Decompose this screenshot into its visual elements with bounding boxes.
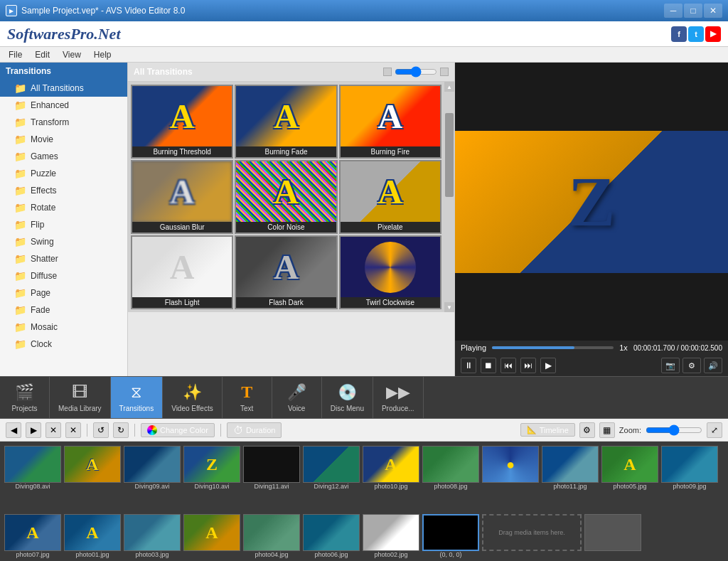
transition-item-shatter[interactable]: 📁 Shatter bbox=[0, 250, 127, 267]
transition-label: Color Noise bbox=[236, 222, 336, 233]
transition-item-effects[interactable]: 📁 Effects bbox=[0, 182, 127, 199]
transition-item-games[interactable]: 📁 Games bbox=[0, 148, 127, 165]
transition-item-page[interactable]: 📁 Page bbox=[0, 284, 127, 301]
media-item-photo02[interactable]: photo02.jpg bbox=[363, 514, 419, 561]
media-item-photo07[interactable]: A photo07.jpg bbox=[4, 514, 61, 561]
close-button[interactable]: ✕ bbox=[704, 4, 722, 18]
next-button[interactable]: ⏭ bbox=[520, 358, 536, 373]
media-item-photo11[interactable]: photo11.jpg bbox=[542, 446, 599, 511]
facebook-icon[interactable]: f bbox=[671, 26, 687, 42]
menu-view[interactable]: View bbox=[57, 48, 87, 61]
transition-item-all[interactable]: 📁 All Transitions bbox=[0, 80, 127, 97]
media-item-photo03[interactable]: photo03.jpg bbox=[124, 514, 181, 561]
settings-button[interactable]: ⚙ bbox=[682, 358, 701, 373]
transition-card-flash-dark[interactable]: A Flash Dark bbox=[235, 235, 337, 309]
playback-controls: Playing 1x 00:00:01.700 / 00:00:02.500 bbox=[455, 341, 728, 355]
menu-edit[interactable]: Edit bbox=[29, 48, 55, 61]
transition-card-color-noise[interactable]: A Color Noise bbox=[235, 160, 337, 234]
grid-view-icon[interactable] bbox=[383, 68, 392, 76]
transition-item-movie[interactable]: 📁 Movie bbox=[0, 131, 127, 148]
scroll-down-btn[interactable]: ▼ bbox=[444, 302, 454, 312]
media-item-photo08[interactable]: photo08.jpg bbox=[422, 446, 479, 511]
media-item-photo01[interactable]: A photo01.jpg bbox=[64, 514, 121, 561]
media-thumb bbox=[303, 446, 360, 483]
branding-logo: SoftwaresPro.Net bbox=[7, 25, 121, 43]
media-item-photo10[interactable]: A photo10.jpg bbox=[363, 446, 419, 511]
stop-button[interactable]: ⏹ bbox=[481, 358, 496, 373]
tl-forward-btn[interactable]: ▶ bbox=[26, 422, 41, 438]
timeline-button[interactable]: 📐 Timeline bbox=[520, 423, 575, 437]
media-item-photo04[interactable]: photo04.jpg bbox=[243, 514, 300, 561]
twitter-icon[interactable]: t bbox=[688, 26, 704, 42]
volume-button[interactable]: 🔊 bbox=[704, 358, 722, 373]
scroll-thumb[interactable] bbox=[445, 113, 454, 197]
media-item-photo09[interactable]: photo09.jpg bbox=[661, 446, 718, 511]
tl-view-btn[interactable]: ▦ bbox=[599, 422, 615, 438]
maximize-button[interactable]: □ bbox=[684, 4, 702, 18]
tl-cancel-btn[interactable]: ✕ bbox=[46, 422, 61, 438]
toolbar-produce[interactable]: ▶▶ Produce... bbox=[373, 377, 424, 418]
transition-card-flash-light[interactable]: A Flash Light bbox=[131, 235, 233, 309]
media-item-diving10[interactable]: Z Diving10.avi bbox=[183, 446, 240, 511]
transition-item-clock[interactable]: 📁 Clock bbox=[0, 336, 127, 353]
transition-card-pixelate[interactable]: A Pixelate bbox=[339, 160, 441, 234]
transition-item-transform[interactable]: 📁 Transform bbox=[0, 114, 127, 131]
prev-button[interactable]: ⏮ bbox=[500, 358, 516, 373]
zoom-slider[interactable] bbox=[646, 424, 702, 436]
tl-undo-btn[interactable]: ↺ bbox=[93, 422, 109, 438]
transition-item-enhanced[interactable]: 📁 Enhanced bbox=[0, 97, 127, 114]
transition-item-diffuse[interactable]: 📁 Diffuse bbox=[0, 267, 127, 284]
tl-back-btn[interactable]: ◀ bbox=[6, 422, 21, 438]
transition-label: Burning Fade bbox=[236, 146, 336, 157]
toolbar-media-library[interactable]: 🎞 Media Library bbox=[50, 377, 111, 418]
zoom-slider[interactable] bbox=[395, 66, 437, 78]
transition-card-burning-fire[interactable]: A Burning Fire bbox=[339, 85, 441, 159]
media-item-diving09[interactable]: Diving09.avi bbox=[124, 446, 181, 511]
screenshot-button[interactable]: 📷 bbox=[661, 358, 680, 373]
media-item-transition2[interactable]: ● bbox=[482, 446, 539, 511]
transition-item-mosaic[interactable]: 📁 Mosaic bbox=[0, 319, 127, 336]
toolbar-video-effects[interactable]: ✨ Video Effects bbox=[163, 377, 223, 418]
toolbar-projects[interactable]: 🎬 Projects bbox=[0, 377, 50, 418]
change-color-button[interactable]: Change Color bbox=[141, 423, 215, 437]
scroll-track[interactable] bbox=[444, 92, 454, 302]
transition-card-gaussian-blur[interactable]: A Gaussian Blur bbox=[131, 160, 233, 234]
toolbar-disc-menu[interactable]: 💿 Disc Menu bbox=[322, 377, 373, 418]
pause-button[interactable]: ⏸ bbox=[461, 358, 476, 373]
playback-progress-bar[interactable] bbox=[492, 346, 614, 349]
menu-help[interactable]: Help bbox=[88, 48, 117, 61]
media-item-color00[interactable]: (0, 0, 0) bbox=[422, 514, 479, 561]
folder-icon: 📁 bbox=[14, 287, 26, 299]
transition-card-burning-threshold[interactable]: A Burning Threshold bbox=[131, 85, 233, 159]
transition-item-puzzle[interactable]: 📁 Puzzle bbox=[0, 165, 127, 182]
transition-card-burning-fade[interactable]: A Burning Fade bbox=[235, 85, 337, 159]
media-item-diving08[interactable]: Diving08.avi bbox=[4, 446, 61, 511]
tl-stop-btn[interactable]: ✕ bbox=[65, 422, 81, 438]
tl-settings-btn[interactable]: ⚙ bbox=[579, 422, 595, 438]
window-controls[interactable]: ─ □ ✕ bbox=[664, 4, 722, 18]
scroll-up-btn[interactable]: ▲ bbox=[444, 82, 454, 92]
minimize-button[interactable]: ─ bbox=[664, 4, 682, 18]
play-button[interactable]: ▶ bbox=[540, 358, 556, 373]
tl-redo-btn[interactable]: ↻ bbox=[113, 422, 129, 438]
youtube-icon[interactable]: ▶ bbox=[705, 26, 721, 42]
transition-item-flip[interactable]: 📁 Flip bbox=[0, 216, 127, 233]
toolbar-transitions[interactable]: ⧖ Transitions bbox=[111, 377, 164, 418]
toolbar-text[interactable]: T Text bbox=[223, 377, 272, 418]
media-item-diving11[interactable]: Diving11.avi bbox=[243, 446, 300, 511]
transition-item-swing[interactable]: 📁 Swing bbox=[0, 233, 127, 250]
media-item-photo06[interactable]: photo06.jpg bbox=[303, 514, 360, 561]
tl-fit-btn[interactable]: ⤢ bbox=[707, 422, 722, 438]
duration-button[interactable]: ⏱ Duration bbox=[227, 422, 282, 438]
media-item-photo05[interactable]: A photo05.jpg bbox=[601, 446, 658, 511]
transition-item-rotate[interactable]: 📁 Rotate bbox=[0, 199, 127, 216]
scroll-bar[interactable]: ▲ ▼ bbox=[444, 82, 454, 312]
menu-file[interactable]: File bbox=[3, 48, 28, 61]
transition-card-twirl-clockwise[interactable]: Twirl Clockwise bbox=[339, 235, 441, 309]
media-item-diving12[interactable]: Diving12.avi bbox=[303, 446, 360, 511]
toolbar-voice[interactable]: 🎤 Voice bbox=[272, 377, 322, 418]
transition-item-fade[interactable]: 📁 Fade bbox=[0, 301, 127, 319]
list-view-icon[interactable] bbox=[440, 68, 449, 76]
media-item-transition1[interactable]: A bbox=[64, 446, 121, 511]
media-item-transition3[interactable]: A bbox=[183, 514, 240, 561]
